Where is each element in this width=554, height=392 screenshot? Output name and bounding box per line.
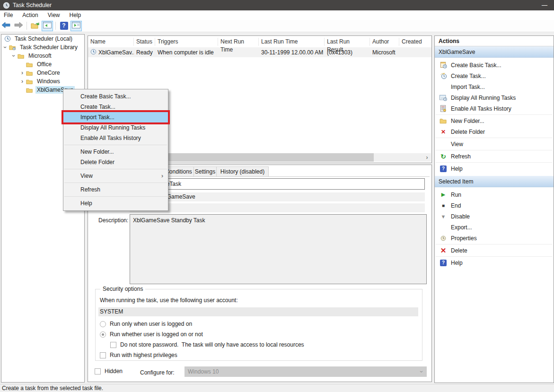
task-last-run-time: 30-11-1999 12.00.00 AM (259, 49, 325, 56)
description-field[interactable]: XblGameSave Standby Task (130, 214, 427, 284)
action-enable-all-tasks-history[interactable]: Enable All Tasks History (435, 103, 554, 114)
menu-view[interactable]: View (43, 10, 65, 20)
radio-icon[interactable] (100, 321, 106, 327)
checkbox-run-highest-privileges[interactable]: Run with highest privileges (100, 352, 177, 358)
action-properties[interactable]: Properties (435, 233, 554, 244)
checkbox-do-not-store-password[interactable]: Do not store password. The task will onl… (110, 341, 304, 348)
help-button[interactable]: ? (58, 21, 70, 31)
checkbox-icon[interactable] (95, 368, 101, 375)
chevron-down-icon[interactable]: › (2, 45, 9, 50)
show-hide-action-pane-button[interactable] (70, 21, 82, 31)
tree-item-onecore[interactable]: › OneCore (1, 69, 84, 77)
context-help[interactable]: Help (63, 198, 168, 209)
context-create-basic-task[interactable]: Create Basic Task... (63, 91, 168, 102)
context-refresh[interactable]: Refresh (63, 184, 168, 195)
context-menu-separator (64, 183, 167, 183)
task-clock-icon (90, 49, 97, 56)
delete-folder-icon: ✕ (438, 129, 449, 135)
create-task-icon (438, 72, 449, 79)
tree-item-office[interactable]: Office (1, 60, 84, 69)
chevron-down-icon[interactable]: › (10, 53, 17, 58)
column-header-last-run-time[interactable]: Last Run Time (259, 38, 325, 46)
action-display-all-running-tasks[interactable]: Display All Running Tasks (435, 92, 554, 103)
action-view[interactable]: View (435, 139, 554, 149)
column-header-name[interactable]: Name (88, 38, 134, 46)
checkbox-icon[interactable] (100, 352, 106, 358)
help-icon: ? (440, 260, 447, 266)
action-import-task[interactable]: Import Task... (435, 81, 554, 92)
checkbox-hidden[interactable]: Hidden (95, 368, 123, 375)
column-header-next-run-time[interactable]: Next Run Time (218, 38, 259, 46)
chevron-right-icon[interactable]: › (20, 78, 25, 85)
menu-file[interactable]: File (0, 10, 18, 20)
action-create-task[interactable]: Create Task... (435, 70, 554, 81)
minimize-button[interactable]: — (542, 3, 547, 8)
security-options-group: Security options When running the task, … (95, 289, 422, 361)
checkbox-icon[interactable] (110, 342, 116, 348)
menu-action[interactable]: Action (18, 10, 43, 20)
column-header-status[interactable]: Status (134, 38, 155, 46)
action-create-basic-task[interactable]: Create Basic Task... (435, 60, 554, 70)
refresh-icon: ↻ (438, 153, 449, 160)
author-field: Microsoft (130, 203, 425, 212)
create-basic-task-icon (438, 61, 449, 69)
radio-run-only-logged-on[interactable]: Run only when user is logged on (100, 321, 192, 327)
radio-run-logged-on-or-not[interactable]: Run whether user is logged on or not (100, 331, 203, 338)
action-export[interactable]: Export... (435, 222, 554, 233)
action-disable[interactable]: ▼ Disable (435, 211, 554, 222)
column-header-author[interactable]: Author (370, 38, 399, 46)
action-new-folder[interactable]: New Folder... (435, 115, 554, 126)
back-icon (1, 22, 11, 30)
action-pane-icon (72, 22, 80, 30)
action-end[interactable]: ■ End (435, 200, 554, 211)
context-create-task[interactable]: Create Task... (63, 102, 168, 112)
scroll-right-icon[interactable]: › (423, 153, 431, 162)
context-new-folder[interactable]: New Folder... (63, 147, 168, 157)
tab-history[interactable]: History (disabled) (217, 166, 269, 177)
folder-icon (18, 53, 25, 59)
title-bar: Task Scheduler — (0, 0, 554, 10)
folder-icon (26, 87, 33, 93)
context-view[interactable]: View › (63, 171, 168, 181)
tree-item-microsoft[interactable]: › Microsoft (1, 52, 84, 60)
folder-icon (26, 70, 33, 76)
tab-settings[interactable]: Settings (194, 166, 217, 177)
context-display-all-running-tasks[interactable]: Display All Running Tasks (63, 122, 168, 133)
delete-icon: ✕ (438, 246, 449, 255)
back-button[interactable] (0, 21, 12, 31)
action-selected-help[interactable]: ? Help (435, 257, 554, 268)
action-refresh[interactable]: ↻ Refresh (435, 151, 554, 162)
account-prompt: When running the task, use the following… (100, 297, 238, 304)
column-header-created[interactable]: Created (399, 38, 430, 46)
export-list-button[interactable] (29, 21, 41, 31)
action-delete-folder[interactable]: ✕ Delete Folder (435, 126, 554, 137)
account-value: SYSTEM (98, 307, 418, 316)
context-delete-folder[interactable]: Delete Folder (63, 157, 168, 167)
chevron-right-icon[interactable]: › (20, 70, 25, 76)
radio-selected-icon[interactable] (100, 331, 106, 338)
folder-icon (26, 61, 33, 68)
actions-group-selected-item[interactable]: Selected Item (435, 176, 554, 187)
task-author: Microsoft (370, 49, 399, 56)
tree-item-task-scheduler-library[interactable]: › Task Scheduler Library (1, 43, 84, 52)
column-header-triggers[interactable]: Triggers (155, 38, 218, 46)
configure-for-select[interactable]: Windows 10 › (185, 366, 427, 377)
action-run[interactable]: ▶ Run (435, 189, 554, 200)
task-scheduler-clock-icon (3, 2, 10, 9)
menu-help[interactable]: Help (65, 10, 86, 20)
column-header-last-run-result[interactable]: Last Run Result (325, 38, 370, 46)
menu-bar: File Action View Help (0, 10, 554, 20)
context-import-task[interactable]: Import Task... (63, 112, 168, 122)
actions-group-xblgamesave[interactable]: XblGameSave (435, 46, 554, 58)
action-help[interactable]: ? Help (435, 163, 554, 174)
context-enable-all-tasks-history[interactable]: Enable All Tasks History (63, 133, 168, 143)
show-hide-console-tree-button[interactable] (42, 21, 53, 31)
action-delete[interactable]: ✕ Delete (435, 245, 554, 256)
forward-button[interactable] (13, 21, 24, 31)
tree-item-task-scheduler-local[interactable]: Task Scheduler (Local) (1, 35, 84, 43)
tree-item-windows[interactable]: › Windows (1, 77, 84, 86)
actions-pane-title: Actions (435, 36, 554, 46)
help-icon: ? (440, 166, 447, 172)
task-row-xblgamesave[interactable]: XblGameSav... Ready When computer is idl… (88, 47, 431, 57)
forward-icon (14, 22, 23, 30)
